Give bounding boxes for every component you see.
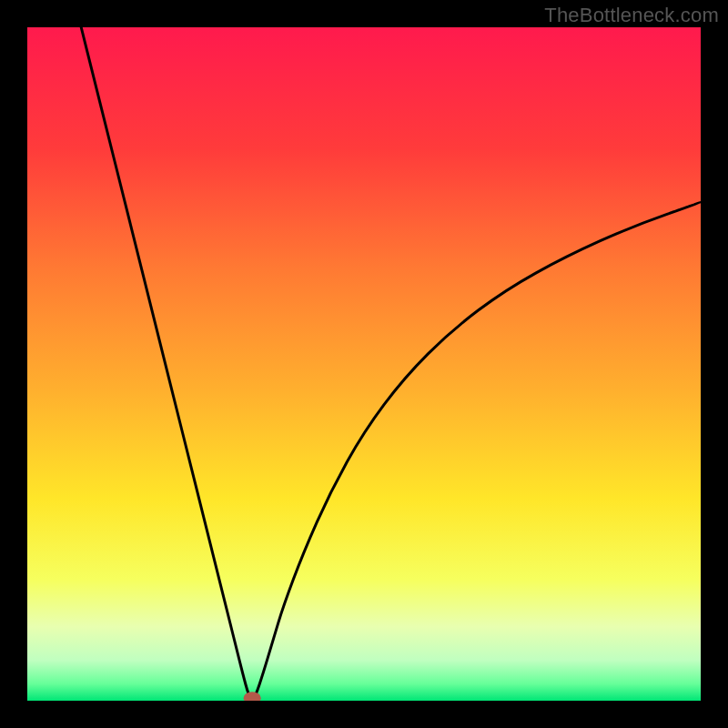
chart-svg bbox=[27, 27, 701, 701]
watermark-text: TheBottleneck.com bbox=[544, 4, 719, 27]
plot-area bbox=[27, 27, 701, 701]
gradient-background bbox=[27, 27, 701, 701]
chart-frame: TheBottleneck.com bbox=[0, 0, 728, 728]
